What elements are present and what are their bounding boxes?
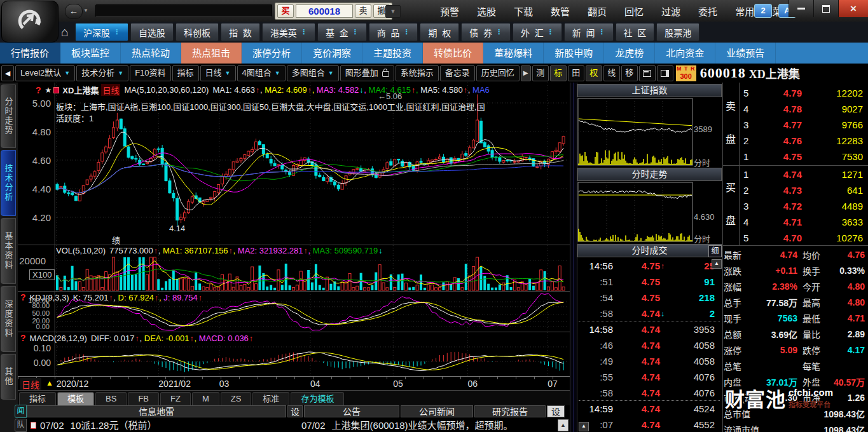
tick-row[interactable]: :554.744076 <box>577 369 722 385</box>
sell-level-row[interactable]: 34.779766 <box>739 117 868 133</box>
expand-right-icon[interactable]: ▶ <box>521 65 531 81</box>
sidebar-tab[interactable]: 技术分析 <box>1 150 16 216</box>
sell-level-row[interactable]: 14.757530 <box>739 149 868 165</box>
subnav-item[interactable]: 行情报价 <box>0 43 60 64</box>
subnav-item[interactable]: 新股申购 <box>544 43 604 64</box>
macd-help-icon[interactable]: ? <box>20 333 26 343</box>
stock-code-input[interactable] <box>296 4 353 18</box>
menu-item[interactable]: 过滤 <box>652 4 689 18</box>
nav-tab[interactable]: 社 区 <box>616 23 655 41</box>
indicator-tab[interactable]: FB <box>128 392 159 405</box>
nav-tab[interactable]: 股票池 <box>656 23 699 41</box>
panel-divider[interactable] <box>570 83 577 432</box>
buy-button[interactable]: 买 <box>277 4 294 18</box>
toolbar-button[interactable]: 技术分析▼ <box>76 65 128 81</box>
mini-tab[interactable]: 队 <box>15 419 27 432</box>
subnav-item[interactable]: 板块监控 <box>60 43 121 64</box>
sell-button[interactable]: 卖 <box>355 4 371 18</box>
axis-period-caret-icon[interactable]: ▲ <box>46 379 53 388</box>
sidebar-tab[interactable]: 其他 <box>1 354 16 400</box>
app-logo[interactable] <box>1 1 59 43</box>
kdj-pane[interactable]: ? KDJ(9,3,3) K: 75.201↑, D: 67.924↑, J: … <box>18 291 570 332</box>
tick-row[interactable]: :464.744058 <box>577 337 722 353</box>
side-panel-button[interactable] <box>657 65 673 81</box>
menu-item[interactable]: 下载 <box>505 4 542 18</box>
tick-row[interactable]: :584.744076 <box>577 385 722 401</box>
toolbar-button[interactable]: 4图组合▼ <box>237 65 286 81</box>
menu-item[interactable]: 翻页 <box>579 4 616 18</box>
nav-tab[interactable]: 新 闻⋮ <box>564 23 614 41</box>
subnav-item[interactable]: 涨停分析 <box>242 43 302 64</box>
indicator-tab[interactable]: FZ <box>160 392 191 405</box>
nav-tab[interactable]: 沪深股⋮ <box>75 23 128 41</box>
tick-row[interactable]: :514.7591 <box>577 274 722 290</box>
tick-row[interactable]: :074.744552 <box>577 417 722 432</box>
subnav-item[interactable]: 热点狙击 <box>181 43 242 64</box>
back-button[interactable]: ← <box>65 4 83 19</box>
buy-level-row[interactable]: 14.741271 <box>739 166 868 182</box>
toolbar-mini-button[interactable]: 测 <box>532 65 549 81</box>
minimize-button[interactable] <box>789 0 813 17</box>
sidebar-tab[interactable]: 分时走势 <box>1 84 16 148</box>
monitor-icon[interactable]: 2 <box>754 4 772 18</box>
toolbar-button[interactable]: F10资料 <box>130 65 170 81</box>
subnav-item[interactable]: 龙虎榜 <box>604 43 655 64</box>
menu-item[interactable]: 委托 <box>689 4 726 18</box>
indicator-tab[interactable]: BS <box>95 392 127 405</box>
toolbar-mini-button[interactable]: 田 <box>568 65 584 81</box>
quick-search-bar[interactable] <box>95 4 272 17</box>
mini-tab[interactable]: 闻 <box>15 405 27 418</box>
toolbar-mini-button[interactable]: 标 <box>550 65 567 81</box>
subnav-item[interactable]: 主题投资 <box>362 43 423 64</box>
indicator-tab[interactable]: 模板 <box>57 392 94 405</box>
subnav-item[interactable]: 热点轮动 <box>121 43 181 64</box>
candlestick-pane[interactable]: ? ★ XD上港集 日线 MA(5,10,20,30,60,120) MA1: … <box>18 83 570 245</box>
nav-tab[interactable]: 期 权 <box>420 23 459 41</box>
scroll-up-icon[interactable]: ▲ <box>712 259 722 269</box>
news-scroll-up-icon[interactable]: ▲ <box>558 419 568 431</box>
news-item-right[interactable]: 07/02上港集团(600018)业绩大幅预增，超预期。 <box>301 419 558 432</box>
indicator-tab[interactable]: 存为模板 <box>291 392 344 405</box>
collapse-left-icon[interactable]: ◀ <box>1 65 14 81</box>
tick-row[interactable]: 14:594.744524 <box>577 401 722 417</box>
order-dropdown-icon[interactable]: ▼ <box>385 5 401 18</box>
home-icon[interactable]: ⌂ <box>61 25 69 39</box>
tab-company-news[interactable]: 公司新闻 <box>401 405 473 417</box>
toolbar-mini-button[interactable]: 移 <box>621 65 638 81</box>
menu-item[interactable]: 数管 <box>542 4 579 18</box>
buy-level-row[interactable]: 24.73641 <box>739 182 868 198</box>
subnav-item[interactable]: 竞价洞察 <box>302 43 362 64</box>
intraday-mini-chart[interactable]: 4.630 分时 <box>577 182 722 243</box>
toolbar-button[interactable]: Level2默认▼ <box>15 65 75 81</box>
index-chart-header[interactable]: 上证指数 <box>577 84 722 97</box>
tab-research-reports[interactable]: 研究报告 <box>474 405 546 417</box>
menu-item[interactable]: 选股 <box>468 4 505 18</box>
tab-announcements[interactable]: 公告 <box>304 405 399 417</box>
toolbar-button[interactable]: 图形叠加 <box>340 65 394 81</box>
toolbar-button[interactable]: 历史回忆 <box>476 65 520 81</box>
indicator-tab[interactable]: M <box>192 392 219 405</box>
nav-tab[interactable]: 外 汇⋮ <box>513 23 562 41</box>
nav-tab[interactable]: 商 品⋮ <box>369 23 418 41</box>
toolbar-button[interactable]: 备忘录 <box>440 65 475 81</box>
indicator-tab[interactable]: ZS <box>221 392 252 405</box>
macd-pane[interactable]: ? MACD(26,12,9) DIFF: 0.017↑, DEA: -0.00… <box>18 332 570 378</box>
tick-row[interactable]: :494.744058 <box>577 353 722 369</box>
chart-period[interactable]: 日线 <box>101 84 120 96</box>
axis-period-label[interactable]: 日线 <box>20 378 41 391</box>
news-settings-button[interactable]: 设 <box>287 405 303 417</box>
news-settings-button-2[interactable]: 设 <box>547 405 565 417</box>
volume-pane[interactable]: VOL(5,10,20) 775773.000 ↑ , MA1: 367107.… <box>18 245 570 291</box>
tick-row[interactable]: 14:564.75↑25 <box>577 258 722 274</box>
buy-level-row[interactable]: 34.724489 <box>739 198 868 214</box>
sell-level-row[interactable]: 44.789027 <box>739 101 868 117</box>
toolbar-button[interactable]: 指标 <box>172 65 199 81</box>
menu-item[interactable]: 预警 <box>431 4 468 18</box>
subnav-item[interactable]: 董秘爆料 <box>483 43 544 64</box>
subnav-item[interactable]: 北向资金 <box>655 43 715 64</box>
favorite-star-icon[interactable]: ★ <box>45 86 52 95</box>
scroll-up-icon-2[interactable]: ▲ <box>579 422 589 431</box>
subnav-item[interactable]: 转债比价 <box>423 43 483 64</box>
sidebar-tab[interactable]: 基本资料 <box>1 218 16 284</box>
restore-button[interactable] <box>813 0 838 17</box>
